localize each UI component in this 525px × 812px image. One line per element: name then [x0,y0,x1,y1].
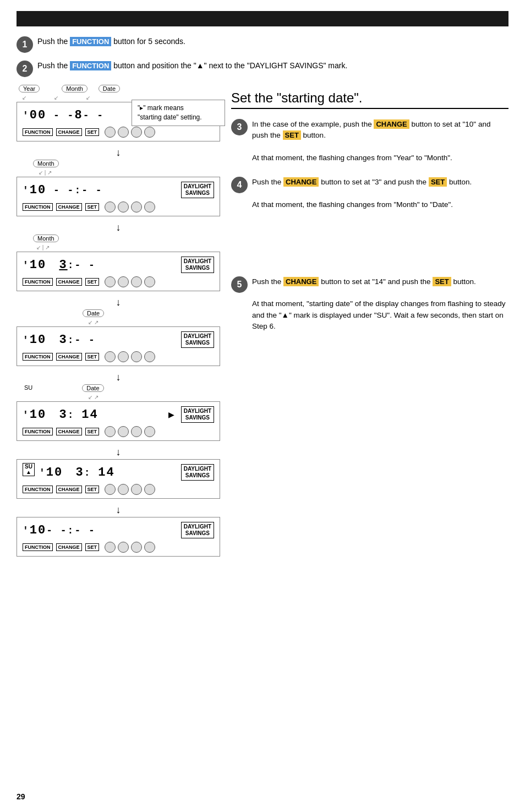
btn-circle-7c[interactable] [131,542,142,553]
btn-circle-6a[interactable] [105,484,116,495]
connector-4: ↙ ↗ [88,319,220,325]
btn-circle-4d[interactable] [144,351,155,362]
page-container: 1 Push the FUNCTION button for 5 seconds… [0,0,525,812]
display-block-5: SU Date ↙ ↗ '10 3: 14 ▶ DAYLIGHT SAVING [17,384,220,441]
btn-circle-4a[interactable] [105,351,116,362]
step5-text: Push the CHANGE button to set at "14" an… [252,276,508,332]
btn-circle-5c[interactable] [131,426,142,437]
display-block-1: Year Month Date ↙↙↙ "▸" mark means "star… [17,85,220,141]
main-content: Year Month Date ↙↙↙ "▸" mark means "star… [17,85,508,562]
set-hl-5: SET [433,277,451,286]
change-btn-7[interactable]: CHANGE [56,543,82,551]
change-hl-3: CHANGE [374,119,409,129]
step5-header: 5 Push the CHANGE button to set at "14" … [231,276,508,332]
btn-circle-3a[interactable] [105,276,116,287]
btn-circle-1c[interactable] [131,127,142,138]
button-circles-4 [105,351,155,362]
display7-screen: '10- -:- - DAYLIGHT SAVINGS [23,522,214,538]
display2-screen: '10 - -:- - DAYLIGHT SAVINGS [23,182,214,198]
btn-circle-7d[interactable] [144,542,155,553]
daylight-label-4: DAYLIGHT SAVINGS [181,331,214,348]
btn-circle-3d[interactable] [144,276,155,287]
btn-circle-5d[interactable] [144,426,155,437]
set-btn-4[interactable]: SET [85,353,100,361]
btn-circle-1a[interactable] [105,127,116,138]
change-btn-6[interactable]: CHANGE [56,486,82,493]
daylight-label-3: DAYLIGHT SAVINGS [181,257,214,273]
btn-circle-5b[interactable] [118,426,129,437]
change-hl-4: CHANGE [283,177,319,187]
function-btn-5[interactable]: FUNCTION [23,428,53,435]
btn-circle-6c[interactable] [131,484,142,495]
set-btn-5[interactable]: SET [85,428,100,435]
set-btn-1[interactable]: SET [85,128,100,136]
su-triangle: ▲ [26,470,31,475]
btn-circle-5a[interactable] [105,426,116,437]
down-arrow-3: ↓ [17,297,220,308]
tooltip-line2: "starting date" setting. [138,113,202,121]
display3-labels: Month [33,235,220,242]
btn-circle-2c[interactable] [131,201,142,212]
function-highlight-1: FUNCTION [70,37,111,46]
btn-circle-6d[interactable] [144,484,155,495]
button-circles-5 [105,426,155,437]
display-block-6: SU ▲ '10 3: 14 DAYLIGHT SAVINGS FUNCTI [17,459,220,499]
function-btn-4[interactable]: FUNCTION [23,353,53,361]
function-btn-7[interactable]: FUNCTION [23,543,53,551]
btn-circle-7b[interactable] [118,542,129,553]
daylight-text-6: DAYLIGHT [184,466,211,472]
btn-circle-2d[interactable] [144,201,155,212]
change-btn-4[interactable]: CHANGE [56,353,82,361]
btn-circle-3b[interactable] [118,276,129,287]
btn-circle-4c[interactable] [131,351,142,362]
display4-screen: '10 3:- - DAYLIGHT SAVINGS [23,331,214,348]
btn-circle-2a[interactable] [105,201,116,212]
function-btn-2[interactable]: FUNCTION [23,203,53,211]
change-btn-5[interactable]: CHANGE [56,428,82,435]
step2-text: Push the FUNCTION button and position th… [37,61,347,72]
display6-screen: '10 3: 14 DAYLIGHT SAVINGS [39,464,214,481]
set-btn-3[interactable]: SET [85,278,100,286]
btn-circle-1d[interactable] [144,127,155,138]
right-col: Set the "starting date". 3 In the case o… [231,85,508,562]
function-btn-3[interactable]: FUNCTION [23,278,53,286]
button-circles-7 [105,542,155,553]
set-btn-2[interactable]: SET [85,203,100,211]
function-btn-6[interactable]: FUNCTION [23,486,53,493]
btn-circle-2b[interactable] [118,201,129,212]
step5-circle: 5 [231,276,248,293]
page-number: 29 [17,792,25,801]
step2-circle: 2 [17,61,33,77]
change-hl-5: CHANGE [283,277,319,286]
down-arrow-2: ↓ [17,222,220,233]
right-step-4: 4 Push the CHANGE button to set at "3" a… [231,177,508,210]
step4-text: Push the CHANGE button to set at "3" and… [252,177,472,210]
display2-box: '10 - -:- - DAYLIGHT SAVINGS FUNCTION CH… [17,177,220,216]
btn-circle-6b[interactable] [118,484,129,495]
daylight-text-5: DAYLIGHT [184,408,211,415]
step1-text: Push the FUNCTION button for 5 seconds. [37,36,185,47]
display1-box: "▸" mark means "starting date" setting. … [17,102,220,141]
change-btn-3[interactable]: CHANGE [56,278,82,286]
display6-buttons: FUNCTION CHANGE SET [23,484,214,495]
set-btn-6[interactable]: SET [85,486,100,493]
change-btn-1[interactable]: CHANGE [56,128,82,136]
function-btn-1[interactable]: FUNCTION [23,128,53,136]
lcd-5: '10 3: 14 [23,408,168,422]
btn-circle-4b[interactable] [118,351,129,362]
btn-circle-7a[interactable] [105,542,116,553]
down-arrow-1: ↓ [17,147,220,159]
section-title: Set the "starting date". [231,90,508,109]
lcd-2: '10 - -:- - [23,183,177,197]
set-btn-7[interactable]: SET [85,543,100,551]
btn-circle-1b[interactable] [118,127,129,138]
change-btn-2[interactable]: CHANGE [56,203,82,211]
right-step-3: 3 In the case of the example, push the C… [231,119,508,164]
lcd-3: '10 3:- - [23,258,177,272]
display-block-3: Month ↙ | ↗ '10 3:- - DAYLIGHT SAVINGS [17,235,220,291]
step4-header: 4 Push the CHANGE button to set at "3" a… [231,177,508,210]
display2-labels: Month [33,160,220,167]
btn-circle-3c[interactable] [131,276,142,287]
lcd-4: '10 3:- - [23,333,177,347]
savings-text-7: SAVINGS [185,530,210,537]
